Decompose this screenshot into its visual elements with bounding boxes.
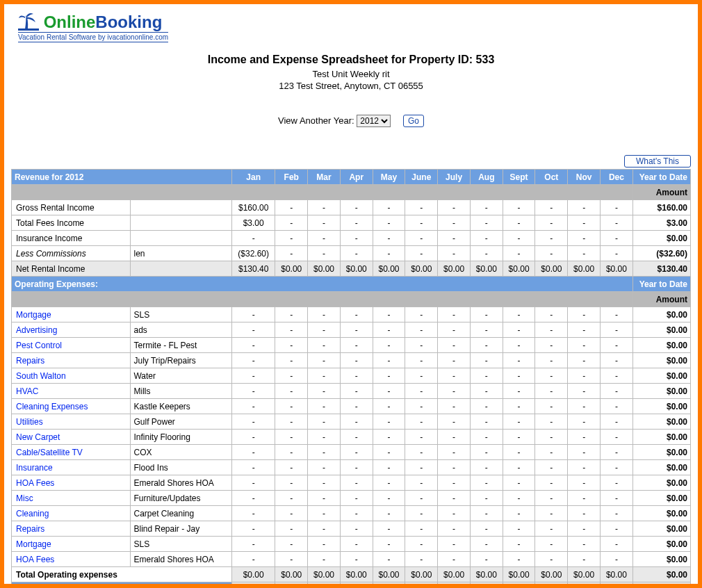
cell: - [308, 460, 341, 475]
cell: - [340, 338, 373, 353]
whats-this-button[interactable]: What's This [624, 155, 691, 168]
cell: - [503, 246, 535, 261]
cell: - [601, 368, 633, 384]
expense-row-note: Furniture/Updates [131, 491, 232, 506]
cell: - [405, 491, 438, 506]
cell: - [470, 552, 503, 567]
expense-row-note: Kastle Keepers [131, 399, 232, 414]
cell: - [503, 384, 535, 399]
expense-row-label[interactable]: Cable/Satellite TV [12, 445, 131, 460]
cell: - [308, 414, 341, 430]
cell: - [275, 521, 308, 537]
cell: - [373, 307, 405, 322]
cell: - [340, 368, 373, 384]
expense-row-label[interactable]: Utilities [12, 414, 131, 430]
cell: - [568, 246, 601, 261]
cell: - [275, 368, 308, 384]
cell: $0.00 [438, 567, 471, 582]
cell: - [405, 231, 438, 246]
expense-row-label[interactable]: Mortgage [12, 537, 131, 552]
expense-row-label[interactable]: HOA Fees [12, 552, 131, 567]
cell: - [568, 322, 601, 338]
expense-row-label[interactable]: Repairs [12, 521, 131, 537]
expense-row-note: SLS [131, 537, 232, 552]
expense-row-label[interactable]: HOA Fees [12, 475, 131, 491]
cell: - [438, 322, 471, 338]
cell: - [535, 430, 568, 445]
expense-row: New CarpetInfinity Flooring------------$… [12, 430, 691, 445]
cell: $0.00 [405, 567, 438, 582]
ytd-cell: $130.40 [632, 582, 690, 589]
cell: - [568, 215, 601, 231]
ytd-cell: $0.00 [632, 399, 690, 414]
cell: - [405, 475, 438, 491]
cell: - [340, 200, 373, 215]
cell: $0.00 [470, 582, 503, 589]
ytd-cell: $160.00 [632, 200, 690, 215]
cell: - [308, 322, 341, 338]
expense-row-label[interactable]: Insurance [12, 460, 131, 475]
svg-rect-0 [18, 28, 39, 31]
cell: - [503, 552, 535, 567]
expense-row: CleaningCarpet Cleaning------------$0.00 [12, 506, 691, 521]
cell: - [308, 200, 341, 215]
expense-row-note: July Trip/Repairs [131, 353, 232, 368]
expense-row-label[interactable]: Misc [12, 491, 131, 506]
expense-row-label[interactable]: South Walton [12, 368, 131, 384]
cell: - [601, 322, 633, 338]
expense-row-label[interactable]: Advertising [12, 322, 131, 338]
expense-row: RepairsJuly Trip/Repairs------------$0.0… [12, 353, 691, 368]
page-title: Income and Expense Spreadsheet for Prope… [11, 54, 691, 66]
cell: $0.00 [568, 261, 601, 277]
go-button[interactable]: Go [403, 115, 424, 127]
cell: - [308, 368, 341, 384]
revenue-row-note [131, 231, 232, 246]
cell: - [568, 338, 601, 353]
cell: - [438, 491, 471, 506]
logo-area: OnlineBooking Vacation Rental Software b… [11, 8, 691, 47]
revenue-row-label: Insurance Income [12, 231, 131, 246]
cell: - [373, 384, 405, 399]
cell: - [601, 475, 633, 491]
cell: - [503, 475, 535, 491]
expense-row-label[interactable]: Cleaning Expenses [12, 399, 131, 414]
expense-row: InsuranceFlood Ins------------$0.00 [12, 460, 691, 475]
cell: - [470, 231, 503, 246]
cell: - [535, 445, 568, 460]
expense-row-label[interactable]: New Carpet [12, 430, 131, 445]
cell: - [232, 353, 275, 368]
cell: - [373, 521, 405, 537]
net-income-label: Net Income (Loss) [12, 582, 232, 589]
expense-row-label[interactable]: Repairs [12, 353, 131, 368]
cell: $0.00 [340, 261, 373, 277]
cell: - [275, 552, 308, 567]
cell: - [601, 414, 633, 430]
year-select[interactable]: 2012 [357, 115, 391, 127]
cell: - [275, 414, 308, 430]
cell: - [308, 506, 341, 521]
cell: - [535, 200, 568, 215]
cell: - [568, 353, 601, 368]
net-rental-label: Net Rental Income [12, 261, 131, 277]
cell: - [275, 537, 308, 552]
cell: $0.00 [373, 261, 405, 277]
cell: - [232, 322, 275, 338]
cell: - [438, 338, 471, 353]
ytd-cell: $3.00 [632, 215, 690, 231]
revenue-row-label: Gross Rental Income [12, 200, 131, 215]
cell: - [232, 460, 275, 475]
expense-row-label[interactable]: HVAC [12, 384, 131, 399]
cell: - [373, 246, 405, 261]
expense-row-label[interactable]: Pest Control [12, 338, 131, 353]
expense-row-label[interactable]: Mortgage [12, 307, 131, 322]
cell: - [601, 552, 633, 567]
ytd-cell: $0.00 [632, 537, 690, 552]
expense-row-label[interactable]: Cleaning [12, 506, 131, 521]
cell: - [373, 506, 405, 521]
month-header: June [405, 170, 438, 185]
cell: - [340, 353, 373, 368]
ytd-cell: $0.00 [632, 567, 690, 582]
revenue-row-note [131, 200, 232, 215]
ytd-cell: $0.00 [632, 460, 690, 475]
cell: - [308, 307, 341, 322]
